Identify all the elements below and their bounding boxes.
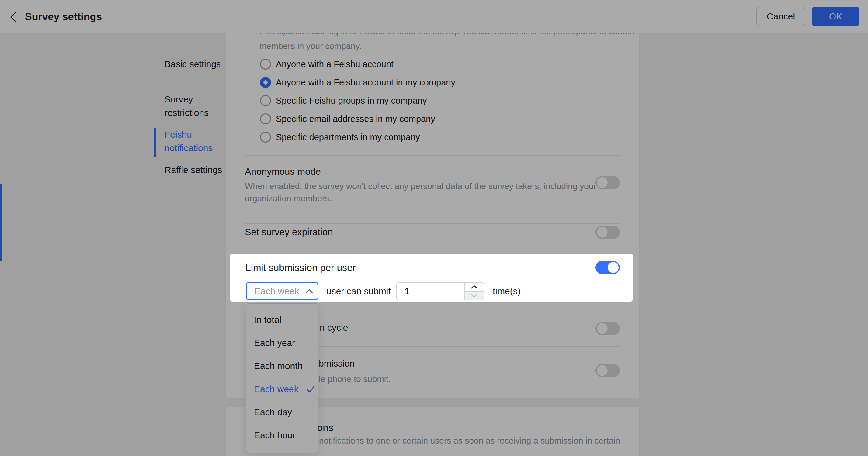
radio-anyone-feishu[interactable]: Anyone with a Feishu account: [260, 55, 394, 73]
menu-item-each-hour[interactable]: Each hour: [246, 424, 318, 447]
chevron-down-icon: [470, 293, 478, 298]
chevron-up-icon: [470, 285, 478, 289]
sidebar-rail: [155, 58, 155, 192]
verify-row-toggle[interactable]: [595, 364, 620, 377]
divider: [245, 223, 620, 224]
anonymous-mode-title: Anonymous mode: [245, 166, 321, 177]
user-can-submit-label: user can submit: [326, 282, 391, 300]
anonymous-mode-toggle[interactable]: [595, 176, 620, 189]
limit-submission-title: Limit submission per user: [245, 262, 356, 273]
radio-circle[interactable]: [260, 113, 271, 124]
sidebar-item-basic-settings[interactable]: Basic settings: [164, 58, 225, 71]
menu-item-in-total[interactable]: In total: [246, 308, 318, 331]
survey-expiration-toggle[interactable]: [595, 226, 620, 239]
notifications-heading-fragment: ons: [317, 422, 333, 433]
menu-item-each-month[interactable]: Each month: [246, 355, 318, 378]
radio-circle[interactable]: [260, 95, 271, 106]
back-button[interactable]: [7, 11, 20, 23]
menu-item-each-day[interactable]: Each day: [246, 401, 318, 424]
radio-specific-emails[interactable]: Specific email addresses in my company: [260, 110, 435, 128]
chevron-up-icon: [305, 288, 314, 295]
sidebar-item-raffle-settings[interactable]: Raffle settings: [164, 163, 225, 176]
ok-button[interactable]: OK: [812, 7, 860, 26]
period-select-value: Each week: [254, 286, 299, 296]
left-edge-accent: [0, 184, 2, 261]
stepper-down-button[interactable]: [465, 291, 484, 300]
sidebar-item-survey-restrictions[interactable]: Survey restrictions: [164, 93, 225, 120]
radio-circle[interactable]: [260, 59, 271, 70]
notifications-desc-fragment: notifications to one or certain users as…: [319, 436, 620, 446]
page-title: Survey settings: [25, 0, 102, 33]
survey-settings-screen: Participants must log in to Feishu to en…: [0, 0, 868, 456]
anonymous-mode-desc-line1: When enabled, the survey won't collect a…: [245, 182, 596, 191]
submission-count-field: [396, 282, 484, 300]
cycle-row-fragment: n cycle: [320, 323, 348, 333]
stepper-up-button[interactable]: [465, 283, 484, 291]
sidebar-active-indicator: [154, 128, 156, 157]
period-select[interactable]: Each week: [246, 282, 318, 300]
radio-circle-selected[interactable]: [260, 77, 271, 88]
count-stepper: [464, 283, 484, 300]
sidebar-item-feishu-notifications[interactable]: Feishu notifications: [164, 128, 225, 155]
divider: [245, 250, 620, 251]
restrictions-intro-line2: members in your company.: [259, 41, 362, 51]
survey-expiration-title: Set survey expiration: [245, 227, 333, 238]
radio-specific-departments[interactable]: Specific departments in my company: [260, 128, 420, 146]
cycle-row-toggle[interactable]: [595, 322, 620, 335]
menu-item-each-year[interactable]: Each year: [246, 331, 318, 355]
toggle-knob: [597, 177, 608, 188]
cancel-button[interactable]: Cancel: [756, 7, 805, 26]
toggle-knob: [597, 323, 608, 334]
top-bar: Survey settings Cancel OK: [0, 0, 868, 33]
divider: [245, 155, 620, 156]
radio-specific-groups[interactable]: Specific Feishu groups in my company: [260, 92, 427, 110]
toggle-knob: [597, 227, 608, 238]
check-icon: [305, 385, 316, 394]
verify-row-desc-fragment: le phone to submit.: [319, 374, 391, 384]
toggle-knob: [597, 365, 608, 376]
submission-count-input[interactable]: [397, 283, 464, 300]
period-dropdown-menu: In total Each year Each month Each week …: [246, 303, 318, 453]
chevron-left-icon: [8, 11, 19, 23]
radio-anyone-company[interactable]: Anyone with a Feishu account in my compa…: [260, 73, 455, 92]
anonymous-mode-desc-line2: organization members.: [245, 194, 332, 203]
limit-submission-toggle[interactable]: [595, 261, 620, 274]
menu-item-each-week[interactable]: Each week: [246, 378, 318, 401]
toggle-knob: [608, 262, 619, 273]
times-suffix-label: time(s): [493, 282, 521, 300]
verify-row-fragment: bmission: [319, 358, 354, 369]
radio-circle[interactable]: [260, 132, 271, 142]
